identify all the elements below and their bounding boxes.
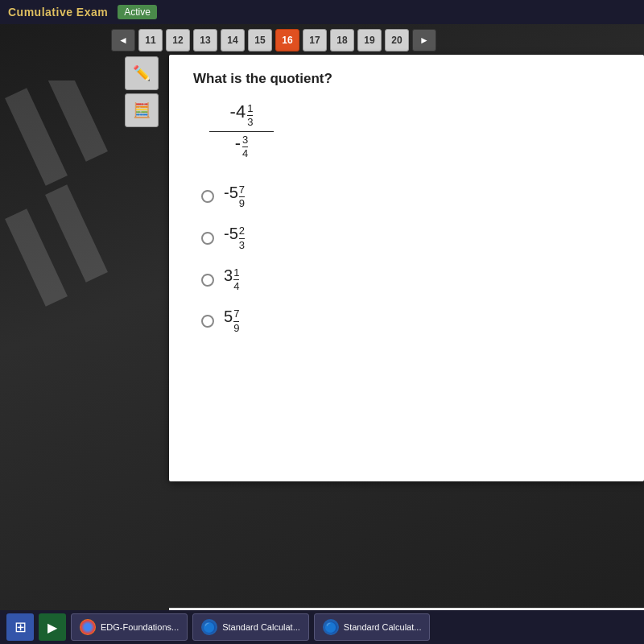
radio-b[interactable]: [201, 232, 214, 245]
choice-d-num: 7: [233, 308, 239, 320]
exam-title: Cumulative Exam: [8, 6, 108, 19]
choice-c[interactable]: 3 1 4: [201, 267, 620, 293]
choice-d-content: 5 7 9: [224, 308, 239, 334]
taskbar-chrome[interactable]: EDG-Foundations...: [71, 613, 188, 641]
choice-a-content: -5 7 9: [224, 184, 245, 210]
nav-btn-12[interactable]: 12: [166, 29, 190, 52]
taskbar-calc2-label: Standard Calculat...: [344, 622, 422, 632]
numerator-expr: -4 1 3: [230, 103, 254, 129]
numerator-den: 3: [247, 117, 253, 128]
radio-d[interactable]: [201, 315, 214, 328]
fraction-division: -4 1 3 - 3 4: [209, 103, 274, 160]
sidebar-icons: ✏️ 🧮: [125, 56, 159, 127]
choice-d-frac: 7 9: [233, 308, 239, 334]
radio-c[interactable]: [201, 274, 214, 287]
calc1-icon: 🔵: [201, 619, 217, 635]
choice-a-whole: -5: [224, 184, 238, 200]
nav-btn-13[interactable]: 13: [193, 29, 217, 52]
calc2-icon: 🔵: [323, 619, 339, 635]
choice-b-den: 3: [239, 240, 245, 251]
start-button[interactable]: ⊞: [6, 613, 34, 641]
nav-btn-16[interactable]: 16: [275, 29, 299, 52]
taskbar-chrome-label: EDG-Foundations...: [101, 622, 179, 632]
math-expression: -4 1 3 - 3 4: [209, 103, 620, 160]
division-line: [209, 131, 274, 133]
taskbar-calc1-label: Standard Calculat...: [222, 622, 300, 632]
choice-c-den: 4: [233, 281, 239, 292]
choice-b-num: 2: [239, 225, 245, 237]
nav-btn-15[interactable]: 15: [248, 29, 272, 52]
top-bar: Cumulative Exam Active: [0, 0, 644, 24]
windows-icon: ⊞: [14, 618, 27, 636]
nav-btn-11[interactable]: 11: [138, 29, 163, 52]
pencil-icon-btn[interactable]: ✏️: [125, 56, 159, 90]
choice-b-frac: 2 3: [239, 225, 245, 251]
taskbar-calc-2[interactable]: 🔵 Standard Calculat...: [314, 613, 431, 641]
denominator-num: 3: [242, 134, 248, 146]
denominator-expr: - 3 4: [235, 134, 249, 160]
denominator-den: 4: [242, 148, 248, 159]
media-icon: ▶: [47, 620, 57, 635]
media-button[interactable]: ▶: [39, 613, 66, 641]
choice-b[interactable]: -5 2 3: [201, 225, 620, 251]
choice-a-num: 7: [239, 184, 245, 196]
denominator-fraction: 3 4: [242, 134, 248, 160]
taskbar: ⊞ ▶ EDG-Foundations... 🔵 Standard Calcul…: [0, 610, 644, 644]
choice-c-content: 3 1 4: [224, 267, 239, 293]
calculator-icon-btn[interactable]: 🧮: [125, 93, 159, 127]
nav-btn-14[interactable]: 14: [221, 29, 245, 52]
nav-btn-17[interactable]: 17: [303, 29, 327, 52]
choice-b-content: -5 2 3: [224, 225, 245, 251]
next-button[interactable]: ►: [412, 29, 436, 52]
denominator-whole: -: [235, 134, 241, 152]
numerator-whole: -4: [230, 103, 246, 121]
choice-c-num: 1: [233, 267, 239, 279]
choice-a-frac: 7 9: [239, 184, 245, 210]
nav-btn-18[interactable]: 18: [330, 29, 354, 52]
radio-a[interactable]: [201, 190, 214, 203]
content-panel: What is the quotient? -4 1 3 -: [169, 55, 644, 481]
road-stripes: [0, 80, 185, 483]
nav-toolbar: ◄ 11 12 13 14 15 16 17 18 19 20 ►: [105, 24, 443, 56]
choice-c-whole: 3: [224, 267, 233, 283]
choice-d-whole: 5: [224, 308, 233, 324]
choice-a[interactable]: -5 7 9: [201, 184, 620, 210]
desktop: Cumulative Exam Active ◄ 11 12 13 14 15 …: [0, 0, 644, 644]
choice-d-den: 9: [233, 323, 239, 334]
choice-c-frac: 1 4: [233, 267, 239, 293]
taskbar-calc-1[interactable]: 🔵 Standard Calculat...: [192, 613, 309, 641]
choice-b-whole: -5: [224, 225, 238, 242]
nav-btn-20[interactable]: 20: [385, 29, 409, 52]
prev-button[interactable]: ◄: [111, 29, 135, 52]
chrome-icon: [80, 619, 96, 635]
answer-choices: -5 7 9 -5 2 3: [201, 184, 620, 334]
choice-d[interactable]: 5 7 9: [201, 308, 620, 334]
numerator-fraction: 1 3: [247, 103, 253, 129]
active-badge: Active: [118, 5, 157, 19]
choice-a-den: 9: [239, 198, 245, 209]
nav-btn-19[interactable]: 19: [357, 29, 382, 52]
numerator-num: 1: [247, 103, 253, 114]
question-text: What is the quotient?: [193, 71, 620, 87]
